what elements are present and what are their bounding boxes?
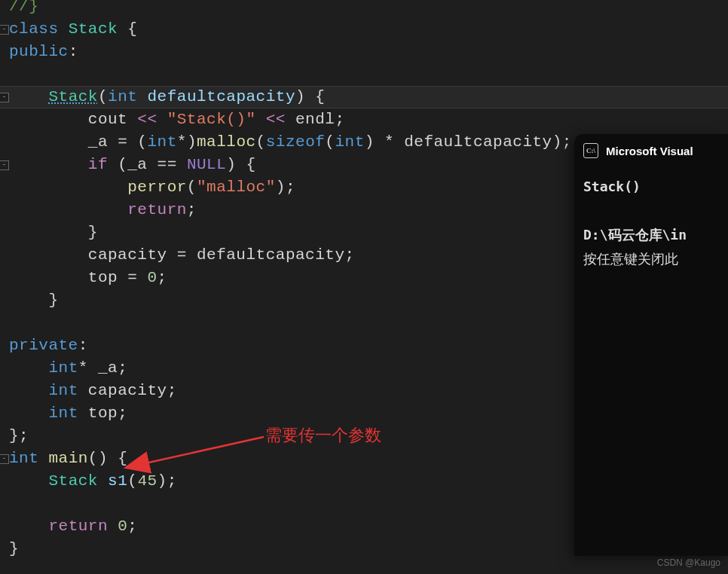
console-line: 按任意键关闭此 (583, 247, 719, 271)
code-line[interactable]: public: (9, 41, 78, 63)
annotation-label: 需要传一个参数 (265, 424, 381, 447)
terminal-icon: C:\ (583, 143, 598, 158)
code-line[interactable]: top = 0; (9, 267, 167, 289)
code-line[interactable]: if (_a == NULL) { (9, 154, 256, 176)
code-line[interactable]: Stack s1(45); (9, 470, 177, 493)
code-line[interactable]: capacity = defaultcapacity; (9, 244, 355, 267)
code-line[interactable]: } (9, 221, 98, 244)
fold-toggle-icon[interactable]: - (0, 25, 9, 35)
fold-toggle-icon[interactable]: - (0, 454, 9, 464)
code-line[interactable]: perror("malloc"); (9, 176, 295, 199)
code-line[interactable]: return 0; (9, 515, 137, 538)
code-line[interactable]: int main() { (9, 447, 127, 470)
code-line[interactable]: int top; (9, 402, 127, 425)
console-title: Microsoft Visual (606, 145, 693, 157)
code-line[interactable]: //} (9, 0, 38, 18)
code-line[interactable]: } (9, 289, 59, 312)
console-titlebar[interactable]: C:\ Microsoft Visual (574, 134, 728, 167)
fold-gutter[interactable]: ---- (0, 0, 9, 574)
code-line[interactable]: int* _a; (9, 357, 127, 380)
code-line[interactable]: cout << "Stack()" << endl; (9, 108, 345, 131)
watermark: CSDN @Kaugo (657, 557, 720, 568)
console-line: D:\码云仓库\in (583, 223, 719, 247)
console-output[interactable]: Stack() D:\码云仓库\in按任意键关闭此 (574, 167, 728, 279)
code-line[interactable]: class Stack { (9, 18, 137, 41)
console-line (583, 199, 719, 223)
code-line[interactable]: return; (9, 199, 197, 221)
code-line[interactable]: } (9, 538, 19, 560)
console-window[interactable]: C:\ Microsoft Visual Stack() D:\码云仓库\in按… (574, 134, 728, 556)
code-line[interactable]: }; (9, 425, 29, 447)
code-line[interactable]: int capacity; (9, 380, 177, 402)
code-line[interactable]: _a = (int*)malloc(sizeof(int) * defaultc… (9, 131, 572, 154)
code-line[interactable]: Stack(int defaultcapacity) { (9, 86, 325, 108)
fold-toggle-icon[interactable]: - (0, 93, 9, 102)
console-line: Stack() (583, 175, 719, 199)
code-line[interactable]: private: (9, 334, 88, 357)
fold-toggle-icon[interactable]: - (0, 160, 9, 170)
